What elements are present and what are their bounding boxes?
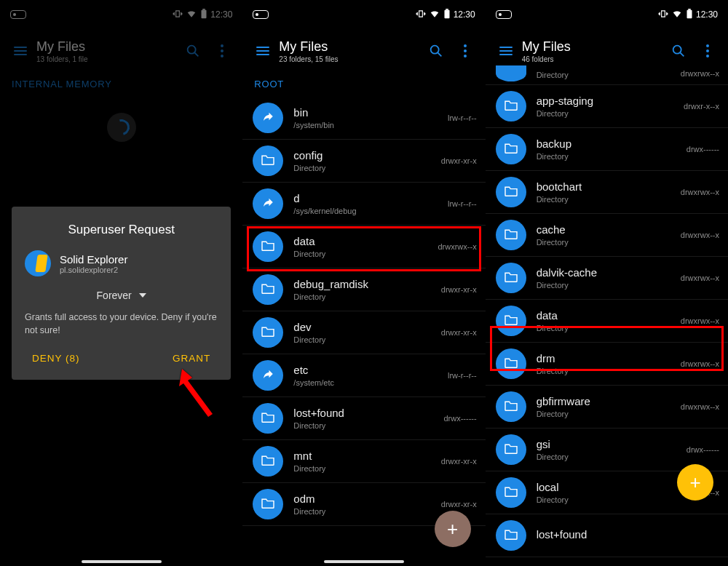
nav-bar[interactable] [324, 560, 404, 563]
folder-icon [504, 228, 518, 242]
list-item[interactable]: dataDirectorydrwxrwx--x [486, 300, 728, 343]
file-list[interactable]: bin/system/binlrw-r--r--configDirectoryd… [242, 97, 485, 526]
file-type-badge [496, 477, 526, 508]
fab-add-button[interactable]: + [435, 511, 471, 547]
list-item[interactable]: drmDirectorydrwxrwx--x [486, 343, 728, 386]
hamburger-icon [14, 47, 27, 55]
file-name: gbfirmware [537, 395, 670, 407]
file-subtext: Directory [537, 324, 670, 332]
battery-pill-icon [496, 10, 512, 19]
svg-rect-10 [688, 9, 691, 10]
panel-3: 12:30 My Files 46 folders Directorydrwxr… [486, 0, 728, 566]
status-time: 12:30 [454, 9, 475, 20]
grant-button[interactable]: GRANT [168, 348, 215, 368]
overflow-button[interactable] [207, 36, 237, 65]
share-icon [261, 110, 274, 126]
search-button[interactable] [178, 36, 207, 65]
list-item[interactable]: backupDirectorydrwx------ [486, 128, 728, 171]
file-name: dalvik-cache [537, 266, 670, 279]
svg-rect-6 [446, 9, 448, 10]
list-item[interactable]: devDirectorydrwxr-xr-x [242, 311, 485, 354]
share-icon [261, 367, 274, 383]
overflow-button[interactable] [451, 36, 480, 65]
file-name: bin [293, 106, 438, 119]
file-type-badge [496, 220, 526, 250]
folder-icon [261, 325, 275, 340]
menu-button[interactable] [248, 36, 277, 65]
list-item[interactable]: d/sys/kernel/debuglrw-r--r-- [242, 183, 485, 226]
panel-2: 12:30 My Files 23 folders, 15 files ROOT… [242, 0, 485, 566]
file-type-badge [253, 403, 283, 434]
loading-spinner [107, 113, 136, 142]
file-permissions: drwxrwx--x [681, 402, 719, 411]
file-subtext: Directory [293, 292, 430, 301]
search-icon [670, 43, 687, 59]
file-permissions: drwxrwx--x [681, 316, 719, 325]
fab-add-button[interactable]: + [677, 464, 713, 501]
app-icon [25, 250, 51, 276]
page-subtitle: 23 folders, 15 files [279, 55, 421, 63]
file-name: debug_ramdisk [293, 278, 430, 290]
tab-root[interactable]: ROOT [242, 70, 485, 97]
file-subtext: Directory [537, 109, 673, 118]
file-permissions: lrw-r--r-- [448, 113, 477, 122]
file-permissions: drwxrwx--x [438, 242, 476, 251]
nav-bar[interactable] [82, 560, 162, 563]
page-title: My Files [36, 39, 178, 55]
list-item[interactable]: cacheDirectorydrwxrwx--x [486, 214, 728, 257]
deny-button[interactable]: DENY (8) [28, 348, 84, 368]
status-bar: 12:30 [242, 0, 485, 29]
file-type-badge [253, 446, 283, 477]
folder-icon [261, 154, 275, 168]
list-item[interactable]: gbfirmwareDirectorydrwxrwx--x [486, 386, 728, 429]
list-item[interactable]: dalvik-cacheDirectorydrwxrwx--x [486, 257, 728, 300]
file-type-badge [496, 65, 526, 81]
file-name: bootchart [537, 180, 670, 193]
list-item[interactable]: lost+found [486, 514, 728, 557]
folder-icon [504, 314, 518, 328]
list-item[interactable]: bootchartDirectorydrwxrwx--x [486, 171, 728, 214]
search-icon [428, 43, 444, 59]
list-item[interactable]: lost+foundDirectorydrwx------ [242, 397, 485, 440]
vibrate-icon [173, 9, 183, 21]
list-item[interactable]: mntDirectorydrwxr-xr-x [242, 440, 485, 483]
list-item[interactable]: dataDirectorydrwxrwx--x [242, 226, 485, 268]
menu-button[interactable] [6, 36, 35, 65]
list-item[interactable]: Directorydrwxrwx--x [486, 65, 728, 85]
share-icon [261, 196, 274, 212]
file-subtext: Directory [293, 335, 430, 344]
overflow-button[interactable] [693, 36, 722, 65]
file-type-badge [496, 391, 526, 422]
svg-point-11 [673, 46, 681, 54]
file-name: dev [293, 321, 430, 333]
list-item[interactable]: debug_ramdiskDirectorydrwxr-xr-x [242, 268, 485, 311]
duration-selector[interactable]: Forever [25, 290, 218, 301]
wifi-icon [429, 9, 440, 21]
file-subtext: /system/etc [293, 378, 438, 387]
folder-icon [504, 271, 518, 285]
folder-icon [504, 399, 518, 414]
tab-internal-memory[interactable]: INTERNAL MEMORY [0, 70, 242, 97]
file-permissions: drwxr-xr-x [441, 328, 477, 337]
folder-icon [504, 485, 518, 500]
list-item[interactable]: bin/system/binlrw-r--r-- [242, 97, 485, 140]
menu-button[interactable] [491, 36, 521, 65]
folder-icon [261, 411, 275, 426]
file-type-badge [496, 520, 526, 551]
list-item[interactable]: etc/system/etclrw-r--r-- [242, 354, 485, 397]
file-permissions: drwxrwx--x [681, 188, 719, 196]
file-subtext: Directory [293, 250, 427, 258]
file-name: drm [537, 352, 670, 364]
dialog-title: Superuser Request [25, 223, 218, 237]
search-button[interactable] [422, 36, 451, 65]
battery-icon [686, 9, 693, 21]
file-name: mnt [293, 450, 430, 462]
file-type-badge [496, 91, 526, 121]
list-item[interactable]: app-stagingDirectorydrwxr-x--x [486, 85, 728, 128]
svg-rect-1 [203, 9, 206, 10]
search-button[interactable] [664, 36, 693, 65]
battery-icon [443, 9, 451, 21]
file-name: backup [537, 137, 676, 150]
file-name: data [293, 235, 427, 247]
list-item[interactable]: configDirectorydrwxr-xr-x [242, 140, 485, 183]
